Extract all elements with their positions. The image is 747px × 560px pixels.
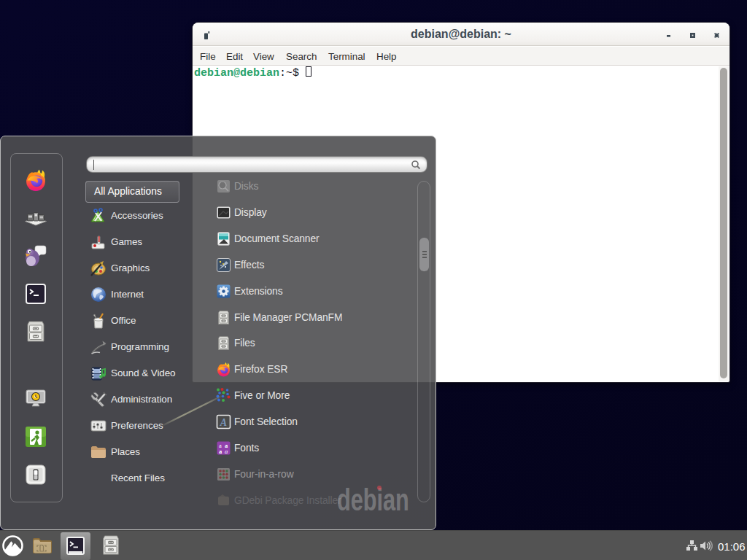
svg-text:a: a	[225, 448, 228, 455]
